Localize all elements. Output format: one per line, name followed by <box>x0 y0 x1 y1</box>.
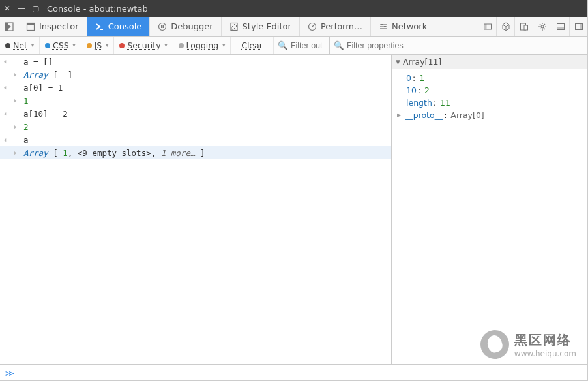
svg-rect-7 <box>163 25 164 28</box>
prompt-chevrons-icon: >> <box>5 368 12 378</box>
svg-rect-32 <box>580 23 583 29</box>
toolbox-dock-window-button[interactable] <box>569 17 587 36</box>
tab-network-label: Network <box>392 22 427 31</box>
clear-button[interactable]: Clear <box>231 37 274 54</box>
object-inspector: ▼ Array[11] 0: 1 10: 2 length: 11 ▶__pro… <box>392 55 587 364</box>
tab-inspector[interactable]: Inspector <box>18 17 87 36</box>
toolbox-3d-button[interactable] <box>496 17 514 36</box>
tab-performance[interactable]: Perform… <box>300 17 371 36</box>
console-input-row: a[0] = 1 <box>0 81 391 94</box>
console-input-row: a = [] <box>0 55 391 68</box>
console-output-row: 1 <box>0 94 391 107</box>
svg-point-5 <box>159 23 166 30</box>
filter-properties-box[interactable]: 🔍 <box>330 37 587 54</box>
window-title: Console - about:newtab <box>47 4 148 14</box>
tab-style-editor-label: Style Editor <box>243 22 291 31</box>
toolbox-frames-button[interactable] <box>478 17 496 36</box>
svg-line-28 <box>544 24 544 25</box>
object-inspector-header[interactable]: ▼ Array[11] <box>392 55 587 69</box>
window-close-icon[interactable]: ✕ <box>4 5 10 12</box>
search-icon: 🔍 <box>278 40 288 50</box>
object-property[interactable]: 10: 2 <box>406 84 583 97</box>
filter-security[interactable]: Security▾ <box>114 37 173 54</box>
svg-rect-17 <box>484 24 486 29</box>
filter-output-input[interactable] <box>291 41 327 50</box>
twisty-open-icon: ▼ <box>396 59 400 65</box>
tab-console-label: Console <box>108 22 142 31</box>
svg-rect-15 <box>384 26 386 27</box>
console-output-row-selected[interactable]: Array [ 1, <9 empty slots>, 1 more… ] <box>0 146 391 159</box>
svg-rect-14 <box>381 24 383 25</box>
devtools-tabbar: Inspector Console Debugger Style Editor … <box>0 17 587 37</box>
filter-net[interactable]: Net▾ <box>0 37 40 54</box>
window-titlebar: ✕ — ▢ Console - about:newtab <box>0 0 587 17</box>
console-output-row: Array [ ] <box>0 68 391 81</box>
svg-rect-30 <box>557 27 564 30</box>
filter-css[interactable]: CSS▾ <box>40 37 81 54</box>
console-input-row: a <box>0 133 391 146</box>
console-prompt[interactable]: >> <box>0 364 587 381</box>
console-output: a = [] Array [ ] a[0] = 1 1 a[10] = 2 2 … <box>0 55 392 364</box>
toolbox-settings-button[interactable] <box>533 17 551 36</box>
tab-debugger[interactable]: Debugger <box>150 17 221 36</box>
svg-rect-6 <box>161 25 162 28</box>
svg-line-26 <box>544 28 544 29</box>
filter-logging[interactable]: Logging▾ <box>173 37 231 54</box>
svg-line-25 <box>540 24 540 25</box>
svg-point-20 <box>541 25 544 28</box>
twisty-closed-icon: ▶ <box>397 112 401 118</box>
tab-inspector-label: Inspector <box>39 22 79 31</box>
console-filter-bar: Net▾ CSS▾ JS▾ Security▾ Logging▾ Clear 🔍… <box>0 37 587 55</box>
svg-line-10 <box>312 25 314 27</box>
object-property[interactable]: 0: 1 <box>406 72 583 84</box>
toolbox-responsive-button[interactable] <box>514 17 533 36</box>
console-output-row: 2 <box>0 120 391 133</box>
filter-output-box[interactable]: 🔍 <box>274 37 330 54</box>
window-minimize-icon[interactable]: — <box>18 5 25 12</box>
svg-line-27 <box>540 28 540 29</box>
console-input-row: a[10] = 2 <box>0 107 391 120</box>
tab-style-editor[interactable]: Style Editor <box>222 17 300 36</box>
svg-rect-19 <box>524 25 528 30</box>
window-maximize-icon[interactable]: ▢ <box>33 5 39 12</box>
tab-console[interactable]: Console <box>87 17 151 36</box>
object-property[interactable]: length: 11 <box>406 97 583 109</box>
main-split: a = [] Array [ ] a[0] = 1 1 a[10] = 2 2 … <box>0 55 587 364</box>
tab-debugger-label: Debugger <box>171 22 213 31</box>
filter-properties-input[interactable] <box>347 41 477 50</box>
toolbox-dock-side-button[interactable] <box>551 17 569 36</box>
tab-network[interactable]: Network <box>371 17 435 36</box>
search-icon: 🔍 <box>334 40 344 50</box>
filter-js[interactable]: JS▾ <box>81 37 115 54</box>
svg-rect-1 <box>5 23 8 31</box>
svg-rect-3 <box>27 23 35 25</box>
object-property-proto[interactable]: ▶__proto__: Array[0] <box>406 109 583 121</box>
dock-button[interactable] <box>0 17 18 36</box>
tab-performance-label: Perform… <box>321 22 362 31</box>
